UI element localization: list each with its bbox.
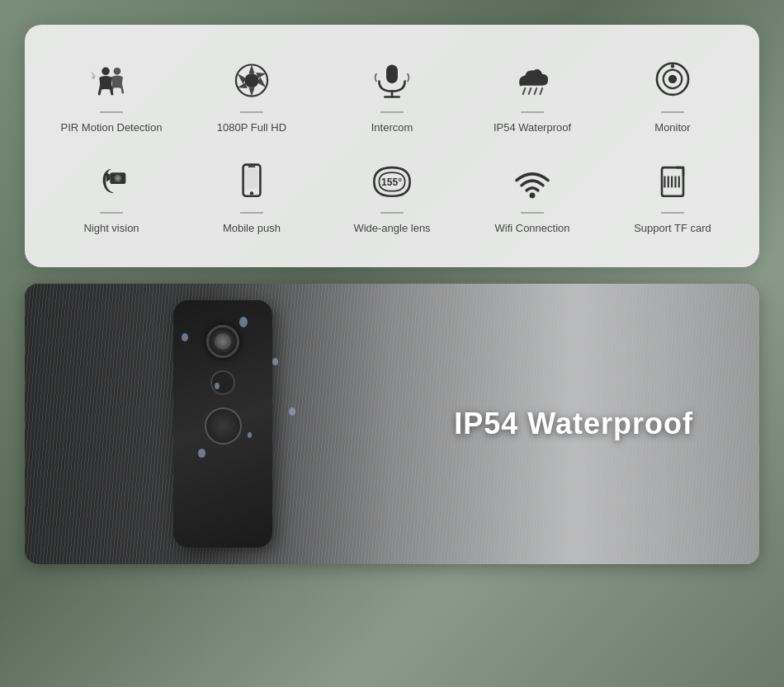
page-wrapper: PIR Motion Detection 1080P Full HD [0, 0, 784, 581]
svg-marker-20 [106, 172, 110, 181]
svg-line-11 [523, 88, 526, 94]
feature-wideangle: 155° Wide-angle lens [322, 150, 462, 242]
feature-tfcard: Support TF card [602, 150, 743, 242]
svg-rect-24 [245, 168, 258, 188]
feature-wifi: Wifi Connection [462, 150, 602, 242]
feature-divider [240, 111, 263, 113]
feature-divider [240, 212, 263, 214]
svg-line-4 [99, 83, 102, 93]
feature-monitor: Monitor [602, 49, 743, 142]
feature-pir-motion: PIR Motion Detection [41, 49, 182, 142]
water-drops [165, 284, 297, 564]
feature-divider [100, 212, 123, 214]
feature-mobilepush: Mobile push [182, 150, 322, 242]
waterproof-label: IP54 Waterproof [454, 407, 693, 441]
svg-point-22 [116, 176, 120, 179]
nightvision-label: Night vision [83, 222, 139, 234]
fullhd-label: 1080P Full HD [217, 121, 286, 134]
mobilepush-icon [227, 158, 276, 204]
feature-intercom: Intercom [322, 49, 462, 142]
svg-text:155°: 155° [381, 176, 402, 187]
svg-point-18 [671, 64, 674, 68]
svg-rect-8 [386, 64, 398, 83]
svg-line-14 [541, 88, 543, 94]
wideangle-label: Wide-angle lens [353, 222, 430, 234]
svg-point-3 [102, 67, 110, 75]
feature-divider [521, 212, 544, 214]
fullhd-icon [227, 58, 276, 103]
features-card: PIR Motion Detection 1080P Full HD [25, 25, 759, 267]
svg-point-0 [114, 67, 121, 74]
wifi-icon [508, 158, 557, 204]
intercom-icon [367, 58, 417, 103]
tfcard-label: Support TF card [634, 222, 711, 234]
feature-divider [521, 111, 544, 113]
nightvision-icon [87, 158, 136, 204]
feature-divider [100, 111, 123, 113]
feature-nightvision: Night vision [41, 150, 182, 242]
monitor-label: Monitor [654, 121, 690, 134]
svg-line-5 [110, 83, 112, 93]
svg-point-17 [668, 74, 677, 82]
feature-divider [380, 111, 404, 113]
feature-divider [380, 212, 404, 214]
monitor-icon [648, 58, 697, 103]
svg-line-12 [529, 88, 531, 94]
feature-fullhd: 1080P Full HD [182, 49, 322, 142]
waterproof-section: IP54 Waterproof [25, 284, 759, 564]
pir-motion-label: PIR Motion Detection [61, 121, 163, 134]
wideangle-icon: 155° [367, 158, 417, 204]
pir-motion-icon [87, 58, 136, 103]
feature-divider [661, 212, 684, 214]
svg-point-7 [244, 73, 258, 87]
feature-divider [661, 111, 684, 113]
tfcard-icon [648, 158, 697, 204]
mobilepush-label: Mobile push [223, 222, 281, 234]
wifi-label: Wifi Connection [494, 222, 569, 234]
svg-point-28 [530, 192, 536, 198]
svg-point-25 [250, 191, 253, 195]
intercom-label: Intercom [371, 121, 413, 134]
waterproof-icon [508, 58, 557, 103]
svg-line-2 [120, 82, 123, 92]
waterproof-label: IP54 Waterproof [494, 121, 571, 134]
feature-waterproof: IP54 Waterproof [462, 49, 602, 142]
svg-line-13 [535, 88, 537, 94]
